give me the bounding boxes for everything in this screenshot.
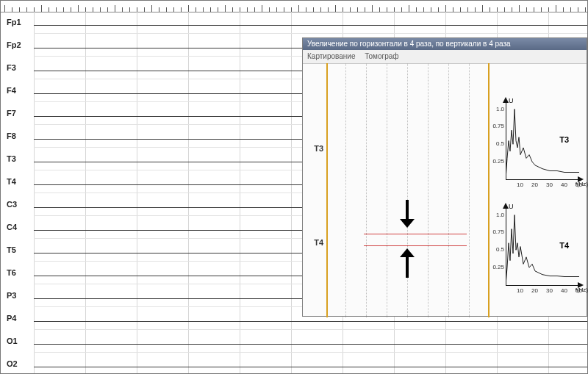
channel-label: C4 <box>7 223 17 231</box>
channel-label: P3 <box>7 291 16 300</box>
zoom-titlebar[interactable]: Увеличение по горизонтали в 4 раза, по в… <box>303 38 587 50</box>
channel-trace[interactable] <box>34 25 587 26</box>
annotation-arrow-down <box>397 200 417 229</box>
time-ruler <box>1 1 587 12</box>
channel-label: F8 <box>7 132 16 140</box>
channel-label: C3 <box>7 200 17 209</box>
spectrum-curve-t3 <box>506 102 579 179</box>
zoom-channel-label-t3: T3 <box>307 144 323 153</box>
zoom-guide-upper <box>364 234 467 234</box>
channel-label: Fp1 <box>7 18 21 26</box>
tab-mapping[interactable]: Картирование <box>307 52 355 60</box>
spectrum-curve-t4 <box>506 208 579 285</box>
zoom-window: Увеличение по горизонтали в 4 раза, по в… <box>302 37 587 317</box>
spectrum-t3: U f(Hz) T3 1.00.750.50.25 1020304050 <box>495 98 584 194</box>
zoom-body: T3 T4 <box>303 63 587 316</box>
zoom-guide-lower <box>364 245 467 246</box>
channel-label: O1 <box>7 337 18 345</box>
channel-label: Fp2 <box>7 40 21 49</box>
x-axis <box>506 179 579 180</box>
channel-label: T4 <box>7 177 16 186</box>
channel-label: F7 <box>7 109 16 118</box>
channel-row: O1 <box>1 331 587 353</box>
zoom-tabs: Картирование Томограф <box>303 50 587 64</box>
channel-trace[interactable] <box>34 321 587 322</box>
zoom-marker-left <box>326 63 328 317</box>
channel-row: O2 <box>1 353 587 374</box>
annotation-arrow-up <box>397 248 417 278</box>
eeg-viewer: Fp1Fp2F3F4F7F8T3T4C3C4T5T6P3P4O1O2 Увели… <box>0 0 588 374</box>
channel-label: O2 <box>7 359 18 368</box>
tab-tomograph[interactable]: Томограф <box>365 52 398 60</box>
channel-label: P4 <box>7 314 16 323</box>
zoom-channel-label-t4: T4 <box>307 238 323 247</box>
channel-trace[interactable] <box>34 367 587 367</box>
channel-separator <box>34 352 587 353</box>
channel-label: T5 <box>7 245 16 254</box>
channel-label: F4 <box>7 86 16 95</box>
spectrum-t4: U f(Hz) T4 1.00.750.50.25 1020304050 <box>495 204 584 300</box>
channel-label: F3 <box>7 63 16 72</box>
channel-separator <box>34 33 587 34</box>
channel-separator <box>34 329 587 330</box>
channel-label: T3 <box>7 154 16 163</box>
channel-label: T6 <box>7 268 16 277</box>
channel-trace[interactable] <box>34 344 587 345</box>
zoom-marker-right <box>488 63 490 317</box>
x-axis <box>506 285 579 286</box>
zoom-plot-area[interactable] <box>323 63 492 317</box>
channel-row: Fp1 <box>1 12 587 34</box>
